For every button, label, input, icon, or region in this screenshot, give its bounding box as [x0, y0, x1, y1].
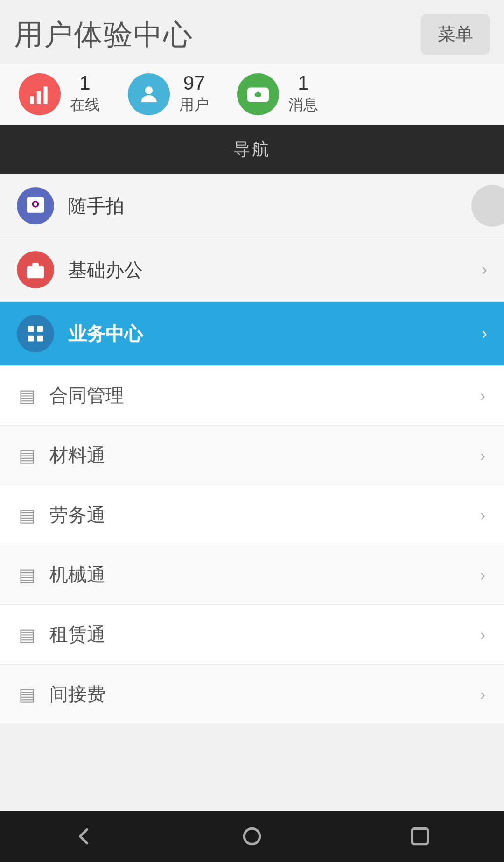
app-title: 用户体验中心	[14, 15, 193, 54]
menu-item-suishoupal[interactable]: 随手拍	[0, 174, 504, 238]
yewuzhongxin-icon-bg	[17, 315, 54, 352]
svg-rect-0	[30, 96, 34, 104]
home-button[interactable]	[240, 825, 264, 848]
home-icon	[240, 825, 264, 848]
folder-icon-laowu: ▤	[19, 505, 35, 526]
users-count: 97	[183, 73, 205, 93]
jichubangong-icon-bg	[17, 251, 54, 288]
recent-icon	[408, 825, 432, 848]
yewuzhongxin-label: 业务中心	[68, 321, 482, 347]
online-icon-bg	[19, 73, 61, 115]
money-icon: $	[246, 83, 270, 106]
jianjie-chevron: ›	[480, 685, 485, 703]
nav-header-label: 导航	[233, 140, 271, 159]
stat-messages-info: 1 消息	[288, 73, 318, 115]
online-label: 在线	[70, 95, 100, 115]
sub-menu-item-cailiao[interactable]: ▤ 材料通 ›	[0, 426, 504, 485]
sub-menu: ▤ 合同管理 › ▤ 材料通 › ▤ 劳务通 › ▤ 机械通 › ▤ 租赁通 ›…	[0, 366, 504, 724]
svg-text:$: $	[256, 91, 260, 98]
stat-messages[interactable]: $ 1 消息	[237, 73, 318, 115]
folder-icon-jianjie: ▤	[19, 684, 35, 705]
sub-menu-item-zuling[interactable]: ▤ 租赁通 ›	[0, 605, 504, 665]
sub-menu-item-jixie[interactable]: ▤ 机械通 ›	[0, 545, 504, 605]
svg-rect-1	[37, 91, 41, 104]
stats-bar: 1 在线 97 用户 $ 1 消息	[0, 64, 504, 125]
sub-menu-item-hetong[interactable]: ▤ 合同管理 ›	[0, 366, 504, 426]
menu-item-jichubangong[interactable]: 基础办公 ›	[0, 238, 504, 302]
svg-point-17	[244, 828, 259, 844]
messages-count: 1	[298, 73, 308, 93]
svg-rect-13	[28, 326, 34, 332]
header: 用户体验中心 菜单	[0, 0, 504, 64]
folder-icon-zuling: ▤	[19, 624, 35, 645]
stat-users[interactable]: 97 用户	[128, 73, 209, 115]
stat-online[interactable]: 1 在线	[19, 73, 100, 115]
hetong-chevron: ›	[480, 386, 485, 405]
svg-point-10	[34, 202, 37, 206]
stat-online-info: 1 在线	[70, 73, 100, 115]
recent-button[interactable]	[408, 825, 432, 848]
stat-users-info: 97 用户	[179, 73, 209, 115]
zuling-chevron: ›	[480, 625, 485, 644]
nav-header: 导航	[0, 125, 504, 174]
svg-rect-2	[43, 86, 47, 104]
bottom-nav	[0, 811, 504, 862]
svg-point-3	[145, 86, 153, 94]
suishoupal-label: 随手拍	[68, 193, 487, 219]
yewuzhongxin-chevron: ›	[482, 324, 487, 343]
back-button[interactable]	[72, 825, 96, 848]
camera-icon	[25, 196, 46, 216]
main-menu: 随手拍 基础办公 › 业务中心 ›	[0, 174, 504, 366]
user-icon	[137, 83, 161, 106]
bar-chart-icon	[28, 83, 51, 106]
users-icon-bg	[128, 73, 170, 115]
briefcase-icon	[25, 259, 46, 280]
jichubangong-chevron: ›	[482, 260, 487, 280]
svg-rect-14	[37, 326, 43, 332]
online-count: 1	[79, 73, 90, 93]
menu-item-yewuzhongxin[interactable]: 业务中心 ›	[0, 302, 504, 366]
jichubangong-label: 基础办公	[68, 257, 482, 283]
jixie-chevron: ›	[480, 566, 485, 584]
cailiao-label: 材料通	[49, 442, 480, 468]
svg-rect-16	[37, 336, 43, 342]
laowu-label: 劳务通	[49, 502, 480, 528]
messages-icon-bg: $	[237, 73, 279, 115]
zuling-label: 租赁通	[49, 622, 480, 647]
back-icon	[72, 825, 96, 848]
jianjie-label: 间接费	[49, 681, 480, 707]
sub-menu-item-jianjie[interactable]: ▤ 间接费 ›	[0, 665, 504, 724]
menu-button[interactable]: 菜单	[421, 14, 490, 55]
suishoupal-icon-bg	[17, 187, 54, 224]
hetong-label: 合同管理	[49, 383, 480, 408]
svg-rect-11	[27, 266, 44, 279]
floating-circle	[471, 185, 504, 227]
sub-menu-item-laowu[interactable]: ▤ 劳务通 ›	[0, 485, 504, 545]
folder-icon-jixie: ▤	[19, 565, 35, 585]
svg-rect-18	[412, 828, 427, 844]
users-label: 用户	[179, 95, 209, 115]
jixie-label: 机械通	[49, 562, 480, 588]
cailiao-chevron: ›	[480, 446, 485, 464]
laowu-chevron: ›	[480, 506, 485, 524]
grid-icon	[25, 323, 46, 344]
folder-icon-cailiao: ▤	[19, 445, 35, 466]
folder-icon-hetong: ▤	[19, 385, 35, 406]
svg-rect-15	[28, 336, 34, 342]
messages-label: 消息	[288, 95, 318, 115]
